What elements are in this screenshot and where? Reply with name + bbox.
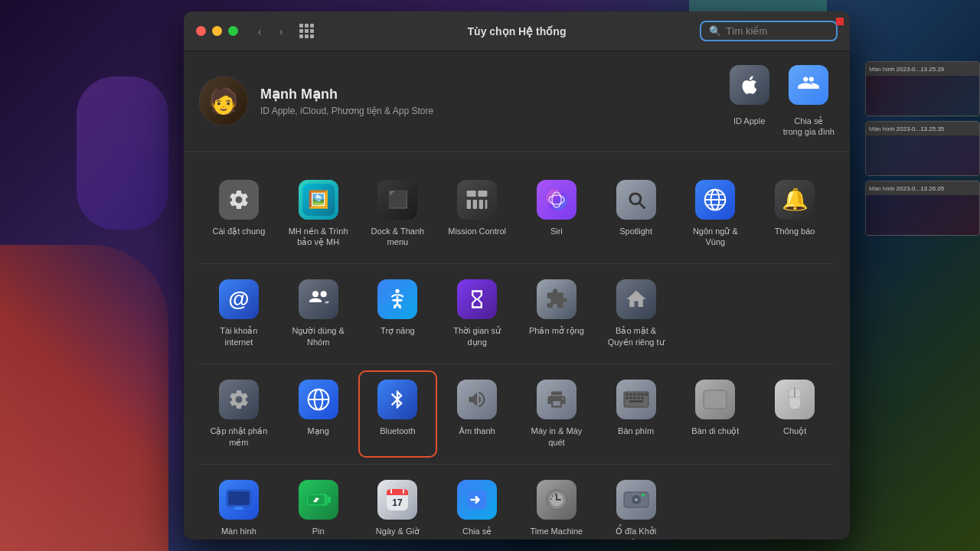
profile-info: Mạnh Mạnh ID Apple, iCloud, Phương tiện … bbox=[260, 86, 725, 116]
close-button[interactable] bbox=[196, 26, 206, 36]
screenshot-3[interactable]: Màn hình 2023-0...13.26.05 bbox=[865, 181, 980, 236]
avatar[interactable]: 🧑 bbox=[199, 77, 248, 126]
grid-item-phan-mo-rong[interactable]: Phần mở rộng bbox=[517, 270, 596, 357]
mission-label: Mission Control bbox=[448, 226, 506, 237]
o-dia-icon bbox=[616, 480, 656, 520]
grid-item-ban-di-chuot[interactable]: Bàn di chuột bbox=[676, 370, 756, 458]
chia-se-label: Chia sẻ bbox=[462, 526, 492, 537]
grid-item-ngay-gio[interactable]: 17 Ngày & Giờ bbox=[358, 471, 438, 540]
bao-mat-icon bbox=[616, 279, 656, 319]
screenshot-2[interactable]: Màn hình 2023-0...13.25.35 bbox=[865, 121, 980, 176]
svg-rect-51 bbox=[387, 492, 408, 495]
grid-item-mang[interactable]: Mạng bbox=[279, 370, 358, 458]
tro-nang-icon bbox=[377, 279, 417, 319]
o-dia-label: Ổ đĩa Khởi động bbox=[606, 526, 667, 540]
window-controls bbox=[196, 26, 238, 36]
mh-nen-label: MH nền & Trình bảo vệ MH bbox=[288, 226, 349, 249]
may-in-label: Máy in & Máy quét bbox=[526, 425, 587, 448]
search-input[interactable] bbox=[726, 25, 828, 37]
grid-item-tro-nang[interactable]: Trợ năng bbox=[358, 270, 438, 357]
grid-item-man-hinh[interactable]: Màn hình bbox=[199, 471, 279, 540]
grid-item-pin[interactable]: Pin bbox=[279, 471, 358, 540]
grid-item-ngon-ngu[interactable]: Ngôn ngữ & Vùng bbox=[676, 171, 756, 258]
search-box[interactable]: 🔍 bbox=[700, 21, 838, 41]
svg-rect-38 bbox=[629, 400, 643, 403]
grid-item-ban-phim[interactable]: Bàn phím bbox=[596, 370, 676, 458]
apple-id-button[interactable]: ID Apple bbox=[725, 65, 774, 138]
grid-item-may-in[interactable]: Máy in & Máy quét bbox=[517, 370, 596, 458]
mission-icon bbox=[457, 180, 497, 220]
navigation-arrows: ‹ › bbox=[250, 22, 290, 41]
thoi-gian-label: Thời gian sử dụng bbox=[446, 325, 508, 348]
spotlight-icon bbox=[616, 180, 656, 220]
ngon-ngu-label: Ngôn ngữ & Vùng bbox=[684, 226, 746, 249]
ban-phim-label: Bàn phím bbox=[618, 425, 654, 437]
pin-icon bbox=[299, 480, 338, 520]
grid-item-bao-mat[interactable]: Bảo mật & Quyền riêng tư bbox=[596, 270, 676, 357]
section-1: Cài đặt chung 🖼️ MH nền & Trình bảo vệ M… bbox=[199, 165, 835, 265]
svg-rect-35 bbox=[633, 396, 636, 399]
svg-rect-34 bbox=[629, 396, 632, 399]
nguoi-dung-icon bbox=[299, 279, 338, 319]
grid-item-bluetooth[interactable]: Bluetooth bbox=[358, 370, 438, 458]
grid-item-thoi-gian[interactable]: Thời gian sử dụng bbox=[437, 270, 517, 357]
grid-item-siri[interactable]: Siri bbox=[517, 171, 596, 258]
svg-rect-30 bbox=[637, 393, 640, 396]
ngon-ngu-icon bbox=[695, 180, 735, 220]
svg-rect-2 bbox=[467, 191, 476, 197]
grid-item-chuot[interactable]: Chuột bbox=[755, 370, 835, 458]
svg-rect-5 bbox=[473, 200, 477, 209]
svg-rect-6 bbox=[479, 200, 483, 209]
content-area: Cài đặt chung 🖼️ MH nền & Trình bảo vệ M… bbox=[184, 152, 850, 540]
grid-item-dock[interactable]: ⬛ Dock & Thanh menu bbox=[358, 171, 438, 258]
grid-item-empty4 bbox=[755, 471, 835, 540]
svg-rect-4 bbox=[467, 200, 471, 209]
grid-item-thong-bao[interactable]: 🔔 Thông báo bbox=[755, 171, 835, 258]
cap-nhat-label: Cập nhật phần mềm bbox=[208, 425, 270, 448]
grid-item-o-dia[interactable]: Ổ đĩa Khởi động bbox=[596, 471, 676, 540]
profile-quick-icons: ID Apple Chia sẻtrong gia đình bbox=[725, 65, 835, 138]
grid-item-cap-nhat[interactable]: Cập nhật phần mềm bbox=[199, 370, 279, 458]
apple-logo-icon bbox=[739, 74, 760, 96]
time-machine-label: Time Machine bbox=[531, 526, 583, 537]
grid-item-empty1 bbox=[676, 270, 756, 357]
grid-item-time-machine[interactable]: Time Machine bbox=[517, 471, 596, 540]
svg-text:17: 17 bbox=[393, 497, 403, 508]
grid-view-button[interactable] bbox=[299, 24, 314, 38]
section-3: Cập nhật phần mềm Mạng bbox=[199, 364, 835, 465]
svg-rect-45 bbox=[234, 508, 244, 510]
grid-item-cai-dat-chung[interactable]: Cài đặt chung bbox=[199, 171, 279, 258]
grid-item-mission[interactable]: Mission Control bbox=[437, 171, 517, 258]
tro-nang-label: Trợ năng bbox=[381, 325, 415, 337]
ban-di-chuot-label: Bàn di chuột bbox=[691, 425, 739, 437]
svg-rect-27 bbox=[626, 393, 629, 396]
phan-mo-rong-icon bbox=[537, 279, 577, 319]
forward-button[interactable]: › bbox=[272, 22, 290, 41]
tai-khoan-icon: @ bbox=[219, 279, 259, 319]
profile-name: Mạnh Mạnh bbox=[260, 86, 725, 103]
maximize-button[interactable] bbox=[228, 26, 238, 36]
grid-item-mh-nen[interactable]: 🖼️ MH nền & Trình bảo vệ MH bbox=[279, 171, 358, 258]
grid-item-chia-se[interactable]: Chia sẻ bbox=[437, 471, 517, 540]
grid-item-spotlight[interactable]: Spotlight bbox=[596, 171, 676, 258]
chuot-label: Chuột bbox=[783, 425, 806, 437]
time-machine-icon bbox=[537, 480, 577, 520]
minimize-button[interactable] bbox=[212, 26, 222, 36]
svg-rect-37 bbox=[641, 396, 644, 399]
man-hinh-label: Màn hình bbox=[221, 526, 256, 537]
svg-rect-29 bbox=[633, 393, 636, 396]
siri-icon bbox=[537, 180, 577, 220]
grid-item-nguoi-dung[interactable]: Người dùng & Nhóm bbox=[279, 270, 358, 357]
svg-rect-33 bbox=[626, 396, 629, 399]
ban-di-chuot-icon bbox=[695, 380, 735, 419]
cap-nhat-icon bbox=[219, 380, 259, 419]
man-hinh-icon bbox=[219, 480, 259, 520]
grid-item-tai-khoan[interactable]: @ Tài khoản internet bbox=[199, 270, 279, 357]
dock-label: Dock & Thanh menu bbox=[367, 226, 428, 249]
back-button[interactable]: ‹ bbox=[250, 22, 269, 41]
svg-rect-43 bbox=[228, 491, 250, 505]
screenshot-1-label: Màn hình 2023-0...13.25.29 bbox=[869, 66, 944, 73]
grid-item-am-thanh[interactable]: Âm thanh bbox=[437, 370, 517, 458]
screenshot-1[interactable]: Màn hình 2023-0...13.25.29 bbox=[865, 61, 980, 116]
family-sharing-button[interactable]: Chia sẻtrong gia đình bbox=[783, 65, 835, 138]
